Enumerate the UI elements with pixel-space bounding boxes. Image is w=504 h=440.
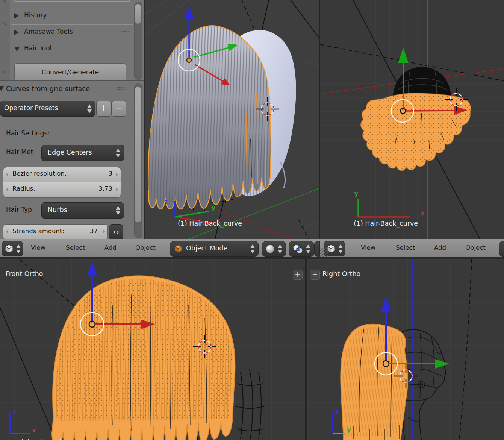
chevron-updown-icon (87, 104, 92, 113)
menu-add[interactable]: Add (434, 244, 446, 251)
viewport-3d-perspective[interactable]: z y x (1) Hair-Back_curve (145, 0, 319, 239)
view-name-label: Front Ortho (6, 270, 43, 278)
radius-slider[interactable]: Radius: 3.73 (3, 182, 121, 197)
operator-presets-label: Operator Presets (4, 104, 58, 112)
interaction-mode-dropdown[interactable]: Object Mode (170, 241, 259, 257)
preset-remove-button[interactable]: − (111, 101, 126, 117)
panel-grip-icon[interactable] (120, 14, 129, 18)
decrement-arrow-icon[interactable] (6, 187, 8, 192)
operator-presets-dropdown[interactable]: Operator Presets (0, 101, 95, 117)
operator-panel-scrollbar[interactable] (134, 83, 142, 238)
blender-window: z y x (1) Hair-Back_curve (0, 0, 504, 440)
axis-z-label: z (164, 199, 168, 205)
menu-view[interactable]: View (361, 244, 375, 251)
panel-grip-icon[interactable] (120, 30, 129, 34)
menu-view[interactable]: View (31, 244, 45, 251)
panel-grip-icon[interactable] (120, 47, 129, 51)
decrement-arrow-icon[interactable] (6, 172, 8, 177)
menu-select[interactable]: Select (66, 244, 85, 251)
hair-curve-object-side[interactable] (341, 324, 407, 440)
chevron-updown-icon (338, 244, 343, 253)
convert-generate-label: Convert/Generate (42, 68, 99, 76)
convert-generate-button[interactable]: Convert/Generate (14, 63, 126, 81)
hair-type-dropdown[interactable]: Nurbs (41, 202, 124, 219)
menu-select[interactable]: Select (396, 244, 415, 251)
bezier-resolution-slider[interactable]: Bezier resolution: 3 (3, 167, 121, 182)
tab-label-fragment: < (2, 0, 6, 4)
panel-header-amasawa-tools[interactable]: Amasawa Tools (11, 24, 133, 40)
mode-dropdown-clipped[interactable] (499, 241, 504, 257)
hair-method-dropdown[interactable]: Edge Centers (41, 145, 124, 161)
menu-object[interactable]: Object (135, 244, 156, 251)
viewport-top-canvas: y x (1) Hair-Back_curve (320, 0, 504, 239)
partial-panel-above (14, 0, 131, 2)
axis-x-label: x (32, 427, 36, 434)
editor-type-selector[interactable] (2, 241, 23, 256)
interaction-mode-value: Object Mode (186, 244, 227, 252)
active-object-label: (1) Hair-Back_curve (178, 220, 242, 228)
tool-shelf-scrollbar[interactable] (134, 2, 142, 80)
curve-settings-group: Bezier resolution: 3 Radius: 3.73 (3, 167, 121, 198)
hair-strand-texture (343, 327, 406, 436)
axis-y-label: y (212, 205, 215, 211)
expand-arrow-icon (14, 47, 20, 52)
viewport-3d-right[interactable]: z y Right Ortho + (307, 259, 504, 440)
panel-grip-icon[interactable] (116, 86, 125, 90)
show-toolshelf-button[interactable]: + (310, 270, 320, 280)
scrollbar-thumb[interactable] (135, 4, 141, 24)
chevron-updown-icon (306, 244, 310, 253)
pivot-icon (292, 244, 303, 255)
scrollbar-thumb[interactable] (135, 87, 141, 222)
panel-header-hair-tool[interactable]: Hair Tool (11, 41, 133, 57)
axis-x-label: x (421, 210, 424, 217)
decrement-arrow-icon[interactable] (6, 229, 8, 234)
viewport-3d-front[interactable]: z x Front Ortho (1) Hair-Back_curve + (0, 259, 305, 440)
hair-settings-heading: Hair Settings: (6, 129, 50, 137)
pivot-point-dropdown[interactable] (289, 241, 314, 257)
increment-arrow-icon[interactable] (116, 187, 118, 192)
operator-panel: Curves from grid surface Operator Preset… (0, 80, 145, 239)
chevron-updown-icon (278, 244, 282, 253)
orange-cube-icon (174, 244, 182, 253)
arrows-horizontal-icon: ↔ (113, 228, 119, 236)
viewport-3d-top[interactable]: y x (1) Hair-Back_curve (320, 0, 504, 239)
panel-title: Amasawa Tools (24, 28, 73, 35)
menu-object[interactable]: Object (465, 244, 486, 251)
show-sidebar-button[interactable]: + (293, 270, 303, 280)
viewport-right-canvas: z y Right Ortho (307, 259, 504, 440)
strands-amount-value: 37 (90, 228, 98, 235)
increment-arrow-icon[interactable] (103, 229, 105, 234)
collapse-arrow-icon (14, 30, 19, 35)
strands-amount-label: Strands amount: (12, 228, 64, 235)
chevron-updown-icon (16, 244, 21, 253)
viewport-divider-vertical-bottom[interactable] (305, 258, 307, 440)
panel-header-history[interactable]: History (11, 8, 133, 24)
collapse-arrow-icon (14, 13, 19, 18)
viewport-divider-vertical-top[interactable] (319, 0, 320, 239)
axis-z-label: z (13, 409, 16, 416)
strands-amount-slider[interactable]: Strands amount: 37 (3, 224, 108, 239)
hair-method-value: Edge Centers (48, 149, 92, 156)
preset-add-button[interactable]: + (96, 101, 111, 117)
hair-type-label: Hair Typ (6, 206, 32, 213)
panel-title: History (24, 11, 47, 19)
chevron-updown-icon (116, 149, 120, 158)
manipulator-widget-clipped[interactable] (314, 241, 320, 257)
hair-curve-object-front[interactable] (52, 276, 235, 440)
menu-add[interactable]: Add (104, 244, 117, 251)
proportional-link-toggle[interactable]: ↔ (109, 224, 123, 239)
viewport-shading-dropdown[interactable] (262, 241, 286, 257)
viewport-front-canvas: z x Front Ortho (1) Hair-Back_curve (0, 259, 305, 440)
chevron-updown-icon (250, 244, 255, 253)
tool-shelf-tabs[interactable]: < < 5 (0, 0, 10, 81)
increment-arrow-icon[interactable] (116, 172, 118, 177)
manipulator-z-arrowhead[interactable] (184, 5, 194, 20)
tab-label-fragment: < (2, 20, 6, 26)
minus-icon: − (115, 102, 123, 113)
area-resize-grip[interactable] (320, 248, 328, 257)
panel-viewport-divider[interactable] (144, 0, 145, 239)
plus-icon: + (100, 102, 108, 113)
viewport-perspective-canvas: z y x (1) Hair-Back_curve (145, 0, 319, 239)
object-origin-dot (187, 58, 191, 62)
expand-arrow-icon[interactable] (0, 86, 4, 91)
